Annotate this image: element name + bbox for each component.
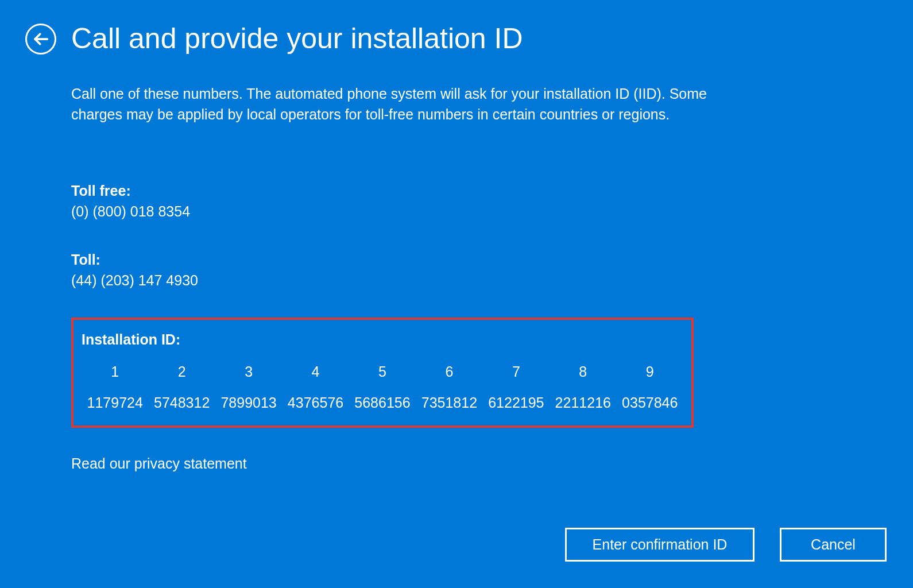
installation-id-label: Installation ID: xyxy=(82,329,683,350)
privacy-statement-link[interactable]: Read our privacy statement xyxy=(71,453,760,474)
iid-group: 4376576 xyxy=(282,392,349,413)
iid-index: 7 xyxy=(483,361,550,392)
iid-index: 2 xyxy=(148,361,215,392)
action-bar: Enter confirmation ID Cancel xyxy=(565,528,887,562)
back-button[interactable] xyxy=(25,24,56,55)
toll-free-number: (0) (800) 018 8354 xyxy=(71,201,760,222)
iid-index: 4 xyxy=(282,361,349,392)
iid-index: 3 xyxy=(215,361,282,392)
toll-number: (44) (203) 147 4930 xyxy=(71,270,760,291)
installation-id-box: Installation ID: 1 2 3 4 5 6 7 8 9 11797… xyxy=(71,318,694,428)
installation-id-grid: 1 2 3 4 5 6 7 8 9 1179724 5748312 789901… xyxy=(82,361,683,413)
iid-group: 2211216 xyxy=(550,392,616,413)
arrow-left-icon xyxy=(32,30,49,48)
iid-index: 8 xyxy=(550,361,616,392)
iid-group: 5686156 xyxy=(349,392,416,413)
iid-group: 6122195 xyxy=(483,392,550,413)
content-area: Call one of these numbers. The automated… xyxy=(71,83,760,474)
iid-group: 1179724 xyxy=(82,392,148,413)
page-title: Call and provide your installation ID xyxy=(71,23,523,55)
iid-index: 1 xyxy=(82,361,148,392)
toll-label: Toll: xyxy=(71,249,760,270)
iid-index: 5 xyxy=(349,361,416,392)
intro-text: Call one of these numbers. The automated… xyxy=(71,83,760,125)
iid-group: 5748312 xyxy=(148,392,215,413)
activation-iid-screen: Call and provide your installation ID Ca… xyxy=(0,0,913,588)
enter-confirmation-id-button[interactable]: Enter confirmation ID xyxy=(565,528,755,562)
cancel-button[interactable]: Cancel xyxy=(780,528,887,562)
iid-index: 6 xyxy=(416,361,482,392)
toll-free-section: Toll free: (0) (800) 018 8354 xyxy=(71,180,760,222)
toll-free-label: Toll free: xyxy=(71,180,760,201)
iid-group: 7351812 xyxy=(416,392,482,413)
iid-index: 9 xyxy=(617,361,684,392)
iid-group: 0357846 xyxy=(617,392,684,413)
header: Call and provide your installation ID xyxy=(25,23,523,55)
iid-group: 7899013 xyxy=(215,392,282,413)
toll-section: Toll: (44) (203) 147 4930 xyxy=(71,249,760,291)
